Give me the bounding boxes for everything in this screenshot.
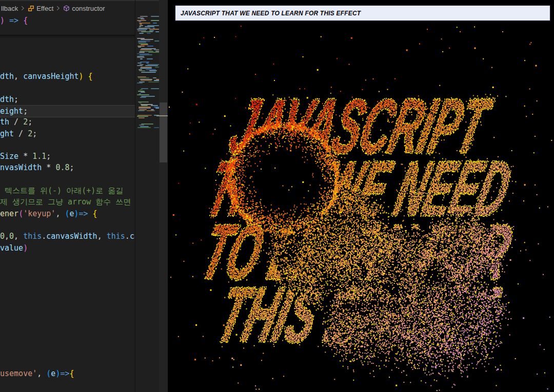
sticky-scroll-divider — [0, 35, 135, 38]
minimap-line — [137, 63, 142, 64]
sticky-code-line: ) => { — [0, 15, 28, 26]
code-line: 제 생기므로 그냥 arrow 함수 쓰면 — [0, 196, 135, 208]
minimap-line — [141, 92, 145, 93]
breadcrumb-item-file[interactable]: llback — [1, 5, 18, 12]
minimap-line — [147, 33, 151, 34]
minimap-line — [147, 58, 152, 59]
code-area[interactable]: dth, canvasHeight) {dth;eight;th / 2;ght… — [0, 0, 135, 392]
minimap-line — [140, 58, 143, 59]
code-line: ener('keyup', (e)=> { — [0, 208, 135, 219]
code-token: ; — [28, 117, 32, 127]
scrollbar-thumb[interactable] — [160, 102, 167, 162]
minimap-line — [153, 77, 156, 78]
code-token: canvasWidth — [46, 232, 97, 241]
minimap-line — [137, 57, 145, 58]
minimap-line — [149, 70, 157, 71]
minimap-line — [137, 29, 147, 30]
minimap[interactable] — [136, 12, 158, 381]
editor-minimap-divider — [135, 0, 135, 392]
minimap-line — [140, 97, 146, 98]
code-token: usemove' — [0, 369, 37, 378]
minimap-line — [138, 21, 141, 22]
minimap-line — [139, 52, 145, 53]
code-token: ) — [23, 243, 28, 253]
code-line: usemove', (e)=>{ — [0, 368, 135, 379]
minimap-line — [139, 125, 144, 126]
minimap-line — [137, 94, 149, 95]
code-line: ght / 2; — [0, 128, 135, 139]
minimap-line — [137, 127, 151, 128]
code-token: ) { — [79, 72, 93, 81]
particle-text-canvas[interactable] — [168, 0, 554, 392]
vertical-scrollbar[interactable] — [159, 0, 168, 392]
minimap-line — [139, 33, 144, 34]
minimap-line — [141, 105, 148, 106]
code-token: 1.1 — [32, 152, 46, 161]
code-token: ; — [46, 152, 51, 161]
minimap-line — [138, 108, 151, 109]
effect-preview-pane — [168, 0, 554, 392]
minimap-line — [145, 65, 158, 66]
code-token: dth — [0, 95, 14, 104]
code-line: eight; — [0, 105, 135, 117]
code-token: 텍스트를 위(-) 아래(+)로 옮길 — [0, 186, 128, 195]
minimap-line — [141, 39, 153, 40]
minimap-line — [141, 72, 156, 73]
overview-ruler-current-line-marker — [156, 115, 168, 116]
code-token: , — [97, 232, 107, 241]
minimap-line — [141, 80, 152, 81]
code-line: Size * 1.1; — [0, 151, 135, 162]
minimap-line — [153, 23, 157, 24]
code-line: value) — [0, 242, 135, 254]
code-token: , — [37, 369, 46, 378]
minimap-line — [137, 82, 143, 84]
code-line: nvasWidth * 0.8; — [0, 162, 135, 173]
minimap-line — [140, 24, 142, 25]
minimap-line — [138, 110, 145, 111]
code-token: { — [69, 369, 74, 378]
code-token: ( — [46, 369, 51, 378]
code-token: ) — [74, 209, 79, 218]
breadcrumb-item-constructor[interactable]: constructor — [72, 5, 105, 12]
minimap-line — [145, 26, 154, 27]
minimap-line — [139, 70, 145, 71]
minimap-line — [148, 81, 159, 82]
code-token: ener — [0, 209, 18, 218]
minimap-line — [151, 105, 158, 106]
code-token: this — [23, 232, 42, 241]
code-token: eight — [0, 107, 23, 116]
minimap-line — [139, 26, 141, 27]
class-icon — [27, 5, 35, 12]
minimap-line — [147, 46, 153, 47]
code-token: e — [69, 209, 74, 218]
code-token: . — [125, 232, 130, 241]
code-token: 2 — [28, 129, 32, 138]
code-token: 'keyup' — [23, 209, 55, 218]
code-token: , — [55, 209, 65, 218]
code-token: dth — [0, 72, 14, 81]
code-line: dth; — [0, 94, 135, 105]
code-token: / — [14, 129, 28, 138]
chevron-right-icon — [54, 5, 62, 12]
minimap-line — [138, 47, 141, 48]
code-token: value — [0, 243, 23, 253]
minimap-line — [137, 116, 148, 117]
minimap-line — [141, 18, 145, 19]
constructor-cube-icon — [63, 5, 70, 12]
code-token: { — [88, 209, 97, 218]
code-line: 0,0, this.canvasWidth, this.ca — [0, 231, 135, 242]
code-token: => — [79, 209, 88, 218]
code-token: . — [42, 232, 46, 241]
minimap-line — [138, 117, 145, 118]
minimap-line — [137, 65, 143, 66]
code-token: , — [5, 232, 9, 241]
code-token: ; — [14, 95, 18, 104]
breadcrumb-item-class[interactable]: Effect — [36, 5, 53, 12]
code-token: ; — [23, 107, 28, 116]
minimap-line — [141, 31, 153, 32]
split-view: dth, canvasHeight) {dth;eight;th / 2;ght… — [0, 0, 554, 392]
code-token: Size — [0, 152, 18, 161]
code-token: , — [14, 232, 23, 241]
text-input[interactable] — [174, 5, 551, 22]
breadcrumb[interactable]: llback Effect constructor — [1, 2, 105, 14]
